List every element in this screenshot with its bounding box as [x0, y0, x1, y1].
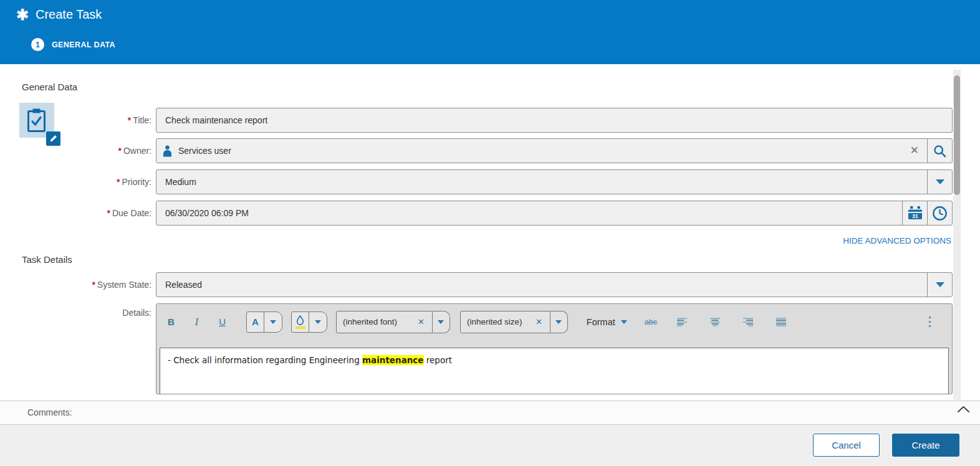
align-left-button[interactable] — [677, 318, 688, 326]
kebab-dot — [929, 321, 931, 323]
chevron-up-icon — [957, 406, 970, 413]
bold-button[interactable]: B — [168, 316, 175, 327]
align-center-icon — [710, 318, 721, 326]
details-text-highlighted: maintenance — [362, 355, 424, 365]
highlight-color-swatch — [295, 326, 305, 329]
system-state-label-text: System State: — [97, 280, 151, 290]
title-label-text: Title: — [133, 115, 151, 125]
system-state-label: * System State: — [0, 272, 151, 297]
editor-toolbar: B I U A (inherited font) — [156, 304, 952, 340]
priority-dropdown-button[interactable] — [927, 170, 952, 194]
comments-collapse-button[interactable] — [957, 406, 970, 415]
owner-search-button[interactable] — [927, 139, 952, 163]
calendar-icon: 31 — [908, 206, 923, 220]
comments-label: Comments: — [27, 401, 72, 424]
required-marker: * — [92, 280, 95, 290]
font-name-box[interactable]: (inherited font) ✕ — [336, 311, 433, 333]
required-marker: * — [107, 208, 110, 218]
align-right-button[interactable] — [743, 318, 754, 326]
details-text-before: - Check all information regarding Engine… — [168, 355, 362, 365]
section-title-general-data: General Data — [22, 82, 77, 92]
clock-button[interactable] — [927, 201, 952, 225]
font-size-combo: (inherited size) ✕ — [460, 311, 568, 333]
chevron-down-icon — [621, 320, 627, 324]
more-options-button[interactable] — [929, 316, 931, 328]
font-size-dropdown[interactable] — [550, 311, 568, 333]
field-row-due-date: * Due Date: 31 — [0, 201, 953, 226]
field-row-owner: * Owner: Services user ✕ — [0, 138, 953, 163]
highlight-color-combo — [291, 311, 327, 333]
system-state-field-box: Released — [156, 272, 953, 297]
font-color-button[interactable]: A — [247, 312, 264, 332]
format-dropdown[interactable]: Format — [587, 317, 627, 327]
align-left-icon — [677, 318, 688, 326]
due-date-label: * Due Date: — [0, 201, 151, 226]
required-marker: * — [118, 146, 121, 156]
format-label: Format — [587, 317, 615, 327]
details-text-area[interactable]: - Check all information regarding Engine… — [160, 348, 949, 394]
align-justify-icon — [776, 318, 787, 326]
search-icon — [933, 145, 946, 158]
owner-label: * Owner: — [0, 138, 151, 163]
priority-field-box: Medium — [156, 169, 953, 194]
highlight-color-dropdown[interactable] — [309, 312, 327, 332]
create-button[interactable]: Create — [892, 434, 959, 457]
align-center-button[interactable] — [710, 318, 721, 326]
due-date-input[interactable] — [156, 201, 902, 225]
field-row-title: * Title: — [0, 108, 953, 133]
font-name-combo: (inherited font) ✕ — [336, 311, 450, 333]
step-general-data[interactable]: 1 GENERAL DATA — [31, 38, 115, 51]
owner-field-box: Services user ✕ — [156, 138, 953, 163]
due-date-field-box: 31 — [156, 201, 953, 226]
chevron-down-icon — [936, 179, 944, 184]
font-color-dropdown[interactable] — [264, 312, 282, 332]
field-row-system-state: * System State: Released — [0, 272, 953, 297]
owner-label-text: Owner: — [123, 146, 151, 156]
calendar-button[interactable]: 31 — [902, 201, 927, 225]
step-number-badge: 1 — [31, 38, 44, 51]
create-task-header: ✱ Create Task 1 GENERAL DATA — [0, 0, 980, 64]
chevron-down-icon — [555, 320, 562, 324]
strikethrough-button[interactable]: abc — [645, 318, 657, 326]
title-label: * Title: — [0, 108, 151, 133]
details-label: Details: — [0, 308, 151, 318]
owner-value: Services user — [178, 146, 231, 156]
priority-value: Medium — [156, 170, 927, 194]
priority-label: * Priority: — [0, 169, 151, 194]
font-name-dropdown[interactable] — [433, 311, 450, 333]
details-text-after: report — [424, 355, 453, 365]
required-marker: * — [128, 115, 131, 125]
font-size-clear-button[interactable]: ✕ — [534, 317, 544, 326]
title-input[interactable] — [156, 108, 952, 132]
cancel-button[interactable]: Cancel — [813, 434, 880, 457]
svg-text:31: 31 — [912, 213, 918, 219]
step-label: GENERAL DATA — [52, 40, 115, 49]
owner-clear-button[interactable]: ✕ — [902, 138, 927, 163]
vertical-scrollbar-thumb[interactable] — [954, 75, 960, 195]
field-row-priority: * Priority: Medium — [0, 169, 953, 194]
page-title: Create Task — [36, 7, 102, 22]
kebab-dot — [929, 316, 931, 319]
title-field-box — [156, 108, 953, 133]
details-rich-text-editor: B I U A (inherited font) — [156, 303, 953, 394]
chevron-down-icon — [438, 320, 444, 324]
comments-section-bar: Comments: — [0, 401, 980, 425]
font-size-value: (inherited size) — [467, 317, 534, 326]
asterisk-create-icon: ✱ — [16, 6, 29, 24]
clock-icon — [932, 206, 948, 221]
italic-button[interactable]: I — [195, 316, 198, 328]
due-date-label-text: Due Date: — [112, 208, 151, 218]
highlight-color-button[interactable] — [292, 312, 309, 332]
font-name-value: (inherited font) — [343, 317, 416, 326]
font-name-clear-button[interactable]: ✕ — [416, 317, 426, 326]
system-state-dropdown-button[interactable] — [927, 273, 952, 297]
hide-advanced-options-link[interactable]: HIDE ADVANCED OPTIONS — [843, 236, 951, 245]
chevron-down-icon — [936, 282, 944, 287]
section-title-task-details: Task Details — [22, 254, 72, 265]
user-icon — [163, 145, 172, 157]
font-size-box[interactable]: (inherited size) ✕ — [460, 311, 550, 333]
underline-button[interactable]: U — [219, 316, 226, 327]
align-justify-button[interactable] — [776, 318, 787, 326]
system-state-value: Released — [156, 273, 927, 297]
chevron-down-icon — [315, 320, 321, 324]
